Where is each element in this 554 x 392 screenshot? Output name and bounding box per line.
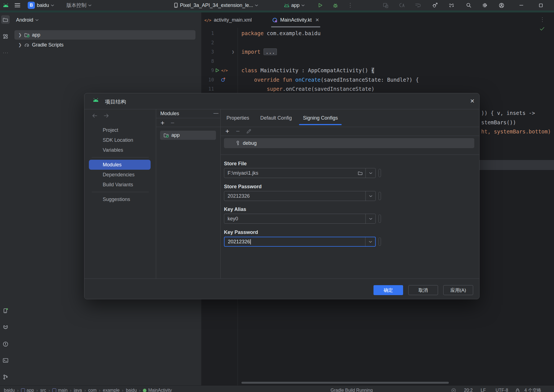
tab-signing-configs[interactable]: Signing Configs [303, 109, 338, 127]
key-alias-dropdown-icon[interactable] [365, 214, 375, 223]
edit-signing-config-icon[interactable] [246, 129, 251, 134]
inspect-code-icon[interactable] [398, 0, 406, 11]
key-password-dropdown-icon[interactable] [365, 237, 375, 246]
running-devices-icon[interactable] [0, 306, 11, 315]
tree-row-app[interactable]: ❯ app [14, 30, 195, 40]
more-tool-windows-icon[interactable] [0, 49, 11, 57]
expand-chevron-icon[interactable]: ❯ [18, 42, 22, 47]
breadcrumb-app[interactable]: app [21, 388, 34, 392]
remove-signing-config-icon[interactable]: − [236, 127, 240, 135]
modules-panel-header: Modules [160, 109, 179, 118]
cancel-button[interactable]: 取消 [408, 285, 438, 295]
horizontal-scrollbar[interactable] [241, 382, 449, 384]
breadcrumb-baidu[interactable]: baidu [126, 388, 137, 392]
caret-position-widget[interactable]: 20:2 [464, 386, 473, 392]
dialog-close-icon[interactable]: ✕ [468, 97, 476, 105]
store-file-field[interactable]: F:\miyao\1.jks [224, 168, 376, 178]
project-view-selector[interactable]: Android [16, 16, 38, 24]
run-button[interactable] [316, 0, 324, 11]
key-alias-field[interactable]: key0 [224, 214, 376, 224]
key-password-field[interactable]: 20212326 [224, 237, 376, 247]
version-control-icon[interactable] [0, 373, 11, 381]
store-password-dropdown-icon[interactable] [365, 191, 375, 201]
maximize-window-icon[interactable] [537, 0, 545, 11]
dialog-nav-item-build-variants[interactable]: Build Variants [89, 180, 151, 190]
attach-debugger-icon[interactable] [431, 0, 439, 11]
store-file-dropdown-icon[interactable] [365, 168, 375, 178]
indent-widget[interactable]: 4 个空格 [524, 386, 541, 392]
project-tool-icon[interactable] [0, 16, 11, 24]
apply-button[interactable]: 应用(A) [443, 285, 473, 295]
module-item-app[interactable]: app [160, 131, 216, 140]
resource-manager-icon[interactable] [0, 32, 11, 41]
apply-changes-icon[interactable] [447, 0, 456, 11]
profiler-icon[interactable] [382, 0, 390, 11]
tab-default-config[interactable]: Default Config [260, 109, 292, 127]
breadcrumb-src[interactable]: src [40, 388, 46, 392]
breadcrumb-com[interactable]: com [88, 388, 97, 392]
encoding-widget[interactable]: UTF-8 [496, 386, 508, 392]
run-gutter-icons[interactable]: </> [215, 68, 228, 73]
signing-config-debug[interactable]: debug [224, 138, 474, 148]
store-password-variable-toggle[interactable] [378, 192, 381, 200]
dialog-nav-item-suggestions[interactable]: Suggestions [89, 194, 151, 204]
breadcrumb-example[interactable]: example [103, 388, 120, 392]
breadcrumb-main[interactable]: main [52, 388, 68, 392]
close-tab-icon[interactable]: ✕ [315, 17, 319, 23]
remove-module-icon[interactable]: − [171, 119, 174, 127]
signing-config-name: debug [243, 140, 257, 146]
run-line-icon[interactable] [215, 68, 220, 73]
build-analyzer-icon[interactable] [414, 0, 422, 11]
key-password-variable-toggle[interactable] [378, 238, 381, 246]
code-line-11: 11 super.onCreate(savedInstanceState) [201, 84, 554, 94]
store-file-variable-toggle[interactable] [378, 169, 381, 177]
store-file-value: F:\miyao\1.jks [224, 170, 355, 176]
debug-button[interactable] [331, 0, 339, 11]
tab-properties[interactable]: Properties [226, 109, 249, 127]
terminal-icon[interactable] [0, 356, 11, 365]
run-configuration-selector[interactable]: app [284, 0, 305, 11]
background-task-cancel-icon[interactable] [451, 386, 456, 392]
project-selector[interactable]: B baidu [28, 0, 54, 11]
key-alias-variable-toggle[interactable] [378, 215, 381, 223]
problems-icon[interactable] [0, 340, 11, 348]
dialog-nav-item-variables[interactable]: Variables [89, 145, 151, 155]
breadcrumb-mainactivity[interactable]: MainActivity [143, 388, 172, 392]
fold-arrow-icon[interactable]: ❯ [232, 49, 235, 55]
minimize-window-icon[interactable] [517, 0, 525, 11]
more-actions-icon[interactable] [346, 0, 354, 11]
dialog-nav-item-project[interactable]: Project [89, 125, 151, 135]
breadcrumb-baidu[interactable]: baidu [4, 388, 15, 392]
settings-icon[interactable] [481, 0, 489, 11]
overrides-method-icon[interactable] [221, 77, 226, 82]
breadcrumb-label: main [58, 388, 68, 392]
code-text: import ... [241, 49, 277, 55]
dialog-nav-item-dependencies[interactable]: Dependencies [89, 170, 151, 180]
browse-folder-icon[interactable] [355, 168, 365, 178]
tab-mainactivity-kt[interactable]: MainActivity.kt ✕ [272, 12, 319, 28]
tab-options-icon[interactable] [542, 17, 543, 22]
account-icon[interactable] [497, 0, 506, 11]
dialog-nav-item-modules[interactable]: Modules [89, 160, 151, 170]
nav-forward-icon[interactable] [104, 114, 109, 118]
expand-chevron-icon[interactable]: ❯ [18, 32, 22, 37]
main-menu-icon[interactable] [13, 0, 22, 11]
code-line-2: 2 [201, 38, 554, 47]
search-icon[interactable] [465, 0, 473, 11]
breadcrumb-java[interactable]: java [74, 388, 82, 392]
hide-panel-icon[interactable]: — [213, 110, 218, 116]
line-separator-widget[interactable]: LF [481, 386, 486, 392]
device-selector[interactable]: Pixel_3a_API_34_extension_le... [174, 0, 258, 11]
ok-button[interactable]: 确定 [373, 285, 403, 295]
interface-preview-icon[interactable]: </> [221, 68, 228, 73]
tree-row-gradle-scripts[interactable]: ❯ Gradle Scripts [14, 40, 195, 50]
read-only-lock-icon[interactable] [516, 386, 520, 392]
add-signing-config-icon[interactable]: + [225, 127, 229, 135]
dialog-nav-item-sdk-location[interactable]: SDK Location [89, 135, 151, 145]
logcat-icon[interactable] [0, 323, 11, 331]
store-password-field[interactable]: 20212326 [224, 191, 376, 201]
vcs-widget[interactable]: 版本控制 [66, 0, 91, 11]
tab-activity-main-xml[interactable]: </> activity_main.xml [204, 12, 252, 28]
nav-back-icon[interactable] [92, 114, 97, 118]
add-module-icon[interactable]: + [161, 119, 164, 127]
